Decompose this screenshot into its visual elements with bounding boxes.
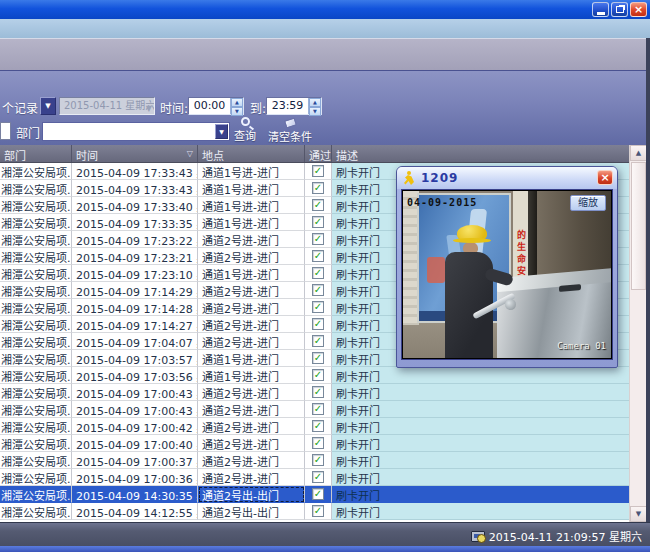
passed-checkbox[interactable]: ✓ [312,301,324,313]
table-row[interactable]: 湘潭公安局项...2015-04-09 17:00:40 星期四通道2号进-进门… [0,435,646,452]
passed-checkbox[interactable]: ✓ [312,182,324,194]
passed-checkbox[interactable]: ✓ [312,420,324,432]
passed-checkbox[interactable]: ✓ [312,267,324,279]
cell-time: 2015-04-09 17:33:35 星期四 [72,214,198,231]
cell-description: 刷卡开门 [332,469,646,486]
chevron-down-icon: ▼ [45,102,50,110]
header-passed[interactable]: 通过 [305,145,332,162]
passed-checkbox[interactable]: ✓ [312,437,324,449]
cell-passed: ✓ [305,197,332,214]
time-from-spinner[interactable]: 00:00 ▲ ▼ [188,97,244,115]
cell-description: 刷卡开门 [332,401,646,418]
cell-location: 通道2号进-进门 [198,384,305,401]
table-row[interactable]: 湘潭公安局项...2015-04-09 17:03:56 星期四通道1号进-进门… [0,367,646,384]
passed-checkbox[interactable]: ✓ [312,318,324,330]
cell-time: 2015-04-09 17:23:10 星期四 [72,265,198,282]
spin-up-icon[interactable]: ▲ [309,98,321,107]
header-description[interactable]: 描述 [332,145,646,162]
cell-department: 湘潭公安局项... [0,435,72,452]
passed-checkbox[interactable]: ✓ [312,165,324,177]
restore-button[interactable] [611,2,628,17]
passed-checkbox[interactable]: ✓ [312,505,324,517]
camera-popup-titlebar[interactable]: 1209 × [397,167,617,189]
passed-checkbox[interactable]: ✓ [312,471,324,483]
scroll-down-button[interactable]: ▼ [630,506,647,522]
passed-checkbox[interactable]: ✓ [312,403,324,415]
time-to-spinner[interactable]: 23:59 ▲ ▼ [266,97,322,115]
table-scrollbar[interactable]: ▲ ▼ [629,145,646,522]
cell-time: 2015-04-09 17:14:28 星期四 [72,299,198,316]
cell-time: 2015-04-09 17:03:56 星期四 [72,367,198,384]
passed-checkbox[interactable]: ✓ [312,233,324,245]
cell-passed: ✓ [305,384,332,401]
table-row[interactable]: 湘潭公安局项...2015-04-09 17:00:37 星期四通道2号进-进门… [0,452,646,469]
cell-location: 通道1号进-进门 [198,163,305,180]
cell-location: 通道1号进-进门 [198,350,305,367]
chevron-down-icon: ▼ [146,101,152,115]
header-time[interactable]: 时间▽ [72,145,198,162]
cell-time: 2015-04-09 17:14:27 星期四 [72,316,198,333]
cell-passed: ✓ [305,401,332,418]
date-combo[interactable]: 2015-04-11 星期六 ▼ [59,97,155,115]
scroll-up-button[interactable]: ▲ [630,145,647,161]
cell-location: 通道1号进-进门 [198,214,305,231]
cell-department: 湘潭公安局项... [0,333,72,350]
table-row[interactable]: 湘潭公安局项...2015-04-09 14:30:35 星期四通道2号出-出门… [0,486,646,503]
cell-passed: ✓ [305,350,332,367]
worker-body [445,252,493,358]
spin-up-icon[interactable]: ▲ [231,98,243,107]
time-from-value: 00:00 [189,98,230,114]
cell-department: 湘潭公安局项... [0,299,72,316]
header-location[interactable]: 地点 [198,145,305,162]
cell-description: 刷卡开门 [332,452,646,469]
passed-checkbox[interactable]: ✓ [312,454,324,466]
clear-conditions-button[interactable]: 清空条件 [264,117,316,144]
cell-location: 通道2号出-出门 [198,486,305,503]
passed-checkbox[interactable]: ✓ [312,216,324,228]
table-row[interactable]: 湘潭公安局项...2015-04-09 17:00:43 星期四通道2号进-进门… [0,384,646,401]
passed-checkbox[interactable]: ✓ [312,284,324,296]
chevron-down-icon[interactable]: ▼ [215,124,228,139]
camera-popup-close-button[interactable]: × [597,170,613,185]
cell-description: 刷卡开门 [332,486,646,503]
close-button[interactable]: × [630,2,647,17]
query-button[interactable]: 查询 [228,117,262,143]
passed-checkbox[interactable]: ✓ [312,488,324,500]
department-combo[interactable]: ▼ [42,122,230,141]
cell-department: 湘潭公安局项... [0,214,72,231]
table-row[interactable]: 湘潭公安局项...2015-04-09 17:00:42 星期四通道2号进-进门… [0,418,646,435]
table-row[interactable]: 湘潭公安局项...2015-04-09 14:12:55 星期四通道2号出-出门… [0,503,646,520]
minimize-button[interactable] [592,2,609,17]
camera-popup-window[interactable]: 1209 × 的生命安全 04-09-2015 [396,166,618,368]
passed-checkbox[interactable]: ✓ [312,250,324,262]
table-row[interactable]: 湘潭公安局项...2015-04-09 17:00:43 星期四通道2号进-进门… [0,401,646,418]
cell-location: 通道1号进-进门 [198,180,305,197]
edge-input-stub[interactable] [0,122,11,140]
passed-checkbox[interactable]: ✓ [312,199,324,211]
cell-location: 通道1号进-进门 [198,367,305,384]
table-row[interactable]: 湘潭公安局项...2015-04-09 17:00:36 星期四通道2号进-进门… [0,469,646,486]
passed-checkbox[interactable]: ✓ [312,352,324,364]
department-label: 部门 [16,124,40,141]
passed-checkbox[interactable]: ✓ [312,369,324,381]
cell-department: 湘潭公安局项... [0,316,72,333]
window-bottom-frame [0,546,650,552]
worker-hardhat-brim [453,238,491,243]
records-dropdown-button[interactable]: ▼ [40,97,56,115]
camera-name-overlay: Camera 01 [557,341,606,351]
video-zoom-button[interactable]: 缩放 [570,195,606,211]
cell-location: 通道2号出-出门 [198,503,305,520]
cell-location: 通道1号进-进门 [198,197,305,214]
cell-description: 刷卡开门 [332,418,646,435]
passed-checkbox[interactable]: ✓ [312,386,324,398]
cell-department: 湘潭公安局项... [0,265,72,282]
header-department[interactable]: 部门 [0,145,72,162]
close-icon: × [600,171,609,184]
scrollbar-thumb[interactable] [631,162,646,290]
cell-department: 湘潭公安局项... [0,401,72,418]
camera-video-feed: 的生命安全 04-09-2015 Camera 01 缩放 [403,191,611,358]
spin-down-icon[interactable]: ▼ [231,107,243,116]
spin-down-icon[interactable]: ▼ [309,107,321,116]
minimize-icon [597,12,605,15]
passed-checkbox[interactable]: ✓ [312,335,324,347]
